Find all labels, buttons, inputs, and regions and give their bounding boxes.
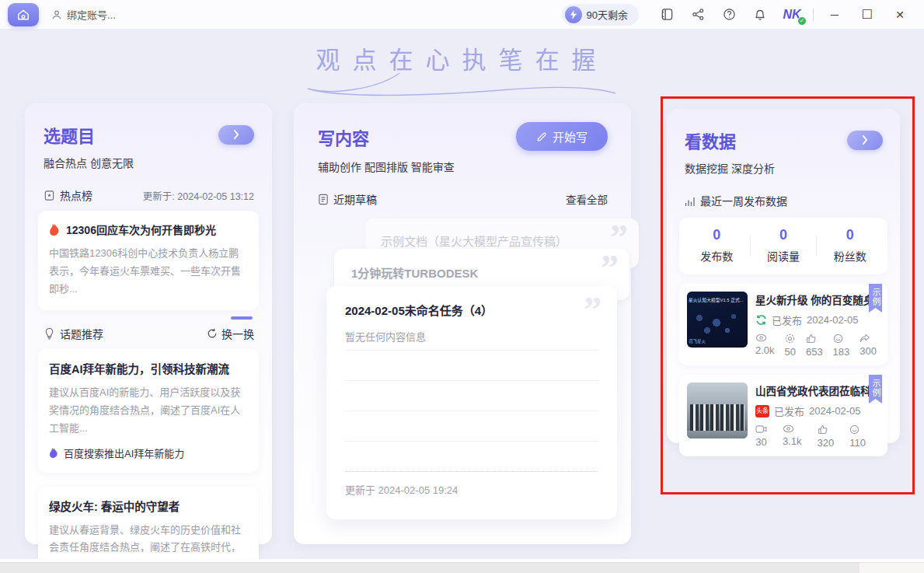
document-icon [318,194,329,205]
refresh-icon [207,328,218,339]
item-title: 星火新升级 你的百变随身... [755,292,880,307]
topics-panel: 选题目 融合热点 创意无限 热点榜 更新于: 2024-02-05 13:12 … [25,103,272,544]
slogan-swoosh-decoration [306,72,617,100]
item-date: 2024-02-05 [809,405,861,417]
slogan-right: 执笔在握 [462,47,608,74]
user-icon [51,9,62,20]
hot-topic-card[interactable]: 12306回应车次为何开售即秒光 中国铁路12306科创中心技术负责人杨立鹏表示… [38,211,259,310]
eye-icon [755,334,775,342]
trial-remaining-badge[interactable]: 90天剩余 [562,4,639,26]
item-thumbnail: 星火认知大模型V1.5 正式... 讯飞星火 [687,292,748,348]
bolt-icon [565,6,582,23]
stat-label: 发布数 [684,248,750,264]
weekly-stats-card: 0 发布数 0 阅读量 0 粉丝数 [679,218,887,274]
item-title: 山西省党政代表团莅临科大... [755,383,880,398]
draft-dotted-line [345,442,598,472]
draft-blank-line [345,381,598,411]
weekly-data-label: 最近一周发布数据 [700,193,787,208]
maximize-button[interactable]: ☐ [851,3,884,26]
published-sync-icon [755,314,767,326]
toutiao-platform-icon: 头条 [755,405,769,418]
analytics-panel: 看数据 数据挖掘 深度分析 最近一周发布数据 0 发布数 0 阅读量 0 粉丝数 [667,109,900,443]
refresh-topics-button[interactable]: 换一换 [207,326,254,341]
comment-icon [833,334,850,344]
user-avatar[interactable]: NK ✓ [776,3,808,26]
hot-list-icon [44,190,55,201]
metric-views: 3.1k [783,425,802,449]
notifications-bell-icon[interactable] [744,3,776,26]
chevron-right-icon [862,135,868,145]
hero-slogan: 观点在心执笔在握 [0,40,924,75]
stat-label: 粉丝数 [817,248,883,264]
titlebar: 绑定账号... 90天剩余 NK ✓ ─ ☐ ✕ [0,0,924,30]
titlebar-right: 90天剩余 NK ✓ ─ ☐ ✕ [562,3,924,26]
stat-value: 0 [684,227,750,243]
metric-comments: 110 [849,425,866,449]
close-button[interactable]: ✕ [884,3,916,26]
stat-published: 0 发布数 [684,227,750,264]
help-icon[interactable] [713,3,744,26]
tab-bind-account[interactable]: 绑定账号... [51,7,116,22]
video-icon [755,425,767,434]
comment-icon [849,425,866,435]
item-date: 2024-02-05 [807,314,859,326]
thumbnail-logo-text: 讯飞星火 [689,338,706,344]
tab-label: 绑定账号... [67,7,116,22]
draft-updated-at: 更新于 2024-02-05 19:24 [345,482,598,497]
minimize-button[interactable]: ─ [818,3,851,26]
stat-label: 阅读量 [751,248,817,264]
metric-plays: 30 [755,425,767,449]
share-nodes-icon[interactable] [682,3,713,26]
metric-coins: 50 [785,334,796,358]
item-thumbnail [687,383,748,438]
thumbnail-graphic [690,404,744,431]
start-writing-label: 开始写 [553,128,588,145]
draft-blank-line [345,351,598,381]
topic-card-title: 绿皮火车: 春运中的守望者 [49,498,248,514]
metric-likes: 653 [806,334,823,358]
start-writing-button[interactable]: 开始写 [516,122,608,151]
recent-drafts-label: 近期草稿 [333,191,377,207]
draft-empty-text: 暂无任何内容信息 [345,329,598,351]
draft-front-title: 2024-02-05未命名任务（4） [345,302,598,318]
thumbnail-caption: 星火认知大模型V1.5 正式... [689,296,747,303]
topics-title: 选题目 [44,122,95,147]
sidebar-panel-icon[interactable] [651,3,682,26]
analytics-subtitle: 数据挖掘 深度分析 [685,160,889,176]
draft-mid-title: 1分钟玩转TURBODESK [351,267,478,280]
analytics-more-button[interactable] [847,131,883,150]
taskbar-strip [0,562,859,573]
home-button[interactable] [8,3,39,26]
draft-blank-line [345,411,598,442]
stat-followers: 0 粉丝数 [817,227,883,264]
writing-title: 写内容 [318,124,369,149]
like-icon [806,334,823,344]
stat-value: 0 [751,227,817,243]
writing-subtitle: 辅助创作 配图排版 智能审查 [318,159,614,174]
topic-card-tag: 百度搜索推出AI拜年新能力 [64,445,184,460]
stat-value: 0 [817,227,883,243]
like-icon [818,425,835,435]
quote-icon: ” [601,250,619,286]
topic-suggestion-card[interactable]: 百度AI拜年新能力，引领科技新潮流 建议从百度AI的新能力、用户活跃度以及获奖情… [38,349,259,472]
published-item[interactable]: 星火认知大模型V1.5 正式... 讯飞星火 星火新升级 你的百变随身... 已… [679,284,887,365]
thumbnail-graphic [693,312,741,335]
metric-views: 2.0k [755,334,775,358]
topic-card-desc: 建议从百度AI的新能力、用户活跃度以及获奖情况的角度结合热点，阐述了百度AI在人… [49,384,248,437]
writing-panel: 写内容 开始写 辅助创作 配图排版 智能审查 近期草稿 查看全部 示例文档（星火… [294,103,631,544]
flame-purple-icon [49,447,58,459]
refresh-label: 换一换 [221,326,254,341]
lightbulb-icon [44,327,55,340]
view-all-link[interactable]: 查看全部 [566,191,608,207]
item-status: 已发布 [774,404,804,418]
hot-list-scrollbar[interactable] [231,316,253,320]
share-icon [859,334,877,343]
draft-card-front[interactable]: 2024-02-05未命名任务（4） ” 暂无任何内容信息 更新于 2024-0… [326,286,617,519]
published-item[interactable]: 山西省党政代表团莅临科大... 头条 已发布 2024-02-05 30 3.1… [679,375,887,456]
metric-comments: 183 [833,334,850,358]
topics-more-button[interactable] [218,125,254,145]
topic-recommend-label: 话题推荐 [60,326,103,341]
bar-chart-icon [685,196,696,206]
slogan-left: 观点在心 [316,47,462,74]
draft-back-title: 示例文档（星火大模型产品宣传稿） [381,235,567,248]
